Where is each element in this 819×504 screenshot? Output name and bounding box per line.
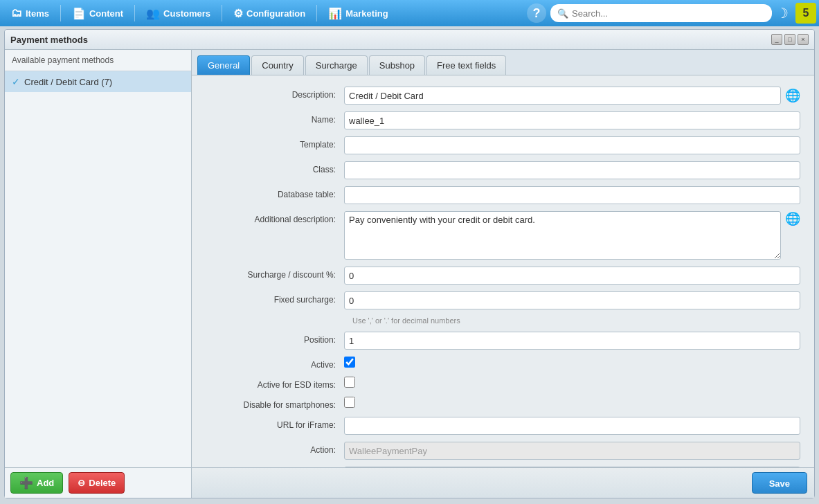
form-row-name: Name: — [206, 111, 800, 129]
tab-country[interactable]: Country — [251, 55, 304, 75]
nav-customers[interactable]: 👥 Customers — [138, 3, 219, 24]
form-row-template: Template: — [206, 136, 800, 154]
form-row-description: Description: 🌐 — [206, 87, 800, 105]
save-button[interactable]: Save — [752, 472, 807, 494]
sidebar: Available payment methods ✓ Credit / Deb… — [5, 50, 192, 467]
form-row-disable-smartphones: Disable for smartphones: — [206, 397, 800, 410]
window-controls: _ □ × — [771, 34, 809, 45]
input-position[interactable] — [344, 332, 800, 350]
label-name: Name: — [206, 111, 344, 125]
content-icon: 📄 — [72, 7, 86, 20]
right-bottom: Save — [192, 468, 814, 498]
window-titlebar: Payment methods _ □ × — [5, 30, 814, 50]
control-name — [344, 111, 800, 129]
nav-separator-2 — [134, 5, 135, 21]
control-description: 🌐 — [344, 87, 800, 105]
maximize-button[interactable]: □ — [784, 34, 795, 45]
label-fixed-surcharge: Fixed surcharge: — [206, 291, 344, 305]
control-active — [344, 357, 800, 368]
sidebar-item-credit-debit[interactable]: ✓ Credit / Debit Card (7) — [5, 71, 191, 92]
nav-separator-3 — [222, 5, 222, 21]
form-row-active-esd: Active for ESD items: — [206, 377, 800, 390]
control-surcharge-discount — [344, 267, 800, 285]
input-description[interactable] — [344, 87, 781, 105]
nav-customers-label: Customers — [163, 8, 210, 19]
checkbox-active[interactable] — [344, 357, 355, 368]
add-button[interactable]: ➕ Add — [10, 472, 63, 494]
input-database-table[interactable] — [344, 186, 800, 204]
nav-separator-1 — [60, 5, 61, 21]
input-name[interactable] — [344, 111, 800, 129]
configuration-icon: ⚙ — [233, 7, 243, 20]
input-class[interactable] — [344, 161, 800, 179]
globe-icon-additional[interactable]: 🌐 — [785, 211, 800, 226]
save-button-label: Save — [769, 478, 790, 489]
right-panel: General Country Surcharge Subshop Free t… — [192, 50, 814, 467]
control-position — [344, 332, 800, 350]
help-button[interactable]: ? — [527, 3, 546, 23]
label-template: Template: — [206, 136, 344, 150]
label-database-table: Database table: — [206, 186, 344, 199]
form-row-action: Action: — [206, 442, 800, 460]
input-template[interactable] — [344, 136, 800, 154]
moon-icon[interactable]: ☽ — [776, 5, 789, 21]
input-surcharge-discount[interactable] — [344, 267, 800, 285]
form-row-database-table: Database table: — [206, 186, 800, 204]
tab-surcharge[interactable]: Surcharge — [305, 55, 368, 75]
tab-free-text[interactable]: Free text fields — [426, 55, 506, 75]
sidebar-bottom: ➕ Add ⊖ Delete — [5, 468, 192, 498]
input-fixed-surcharge[interactable] — [344, 291, 800, 309]
globe-icon-description[interactable]: 🌐 — [785, 88, 800, 103]
search-icon: 🔍 — [557, 8, 568, 19]
label-active-esd: Active for ESD items: — [206, 377, 344, 390]
label-action: Action: — [206, 442, 344, 455]
add-icon: ➕ — [19, 476, 33, 489]
nav-items[interactable]: 🗂 Items — [3, 3, 57, 24]
control-database-table — [344, 186, 800, 204]
input-action — [344, 442, 800, 460]
label-url-iframe: URL for iFrame: — [206, 417, 344, 430]
nav-marketing[interactable]: 📊 Marketing — [320, 3, 396, 24]
nav-content-label: Content — [89, 8, 123, 19]
nav-configuration[interactable]: ⚙ Configuration — [225, 3, 314, 24]
label-active: Active: — [206, 357, 344, 370]
form-row-fixed-surcharge: Fixed surcharge: — [206, 291, 800, 309]
tab-general[interactable]: General — [197, 55, 250, 75]
form-row-active: Active: — [206, 357, 800, 370]
nav-configuration-label: Configuration — [246, 8, 305, 19]
checkbox-disable-smartphones[interactable] — [344, 397, 355, 408]
control-additional-description: Pay conveniently with your credit or deb… — [344, 211, 800, 260]
close-button[interactable]: × — [798, 34, 809, 45]
control-action — [344, 442, 800, 460]
nav-separator-4 — [316, 5, 317, 21]
control-fixed-surcharge — [344, 291, 800, 309]
content-area: Available payment methods ✓ Credit / Deb… — [5, 50, 814, 467]
search-input[interactable] — [572, 8, 765, 19]
label-description: Description: — [206, 87, 344, 100]
textarea-additional-description[interactable]: Pay conveniently with your credit or deb… — [344, 211, 781, 260]
form-row-additional-description: Additional description: Pay conveniently… — [206, 211, 800, 260]
checkbox-active-esd[interactable] — [344, 377, 355, 388]
label-additional-description: Additional description: — [206, 211, 344, 224]
delete-button[interactable]: ⊖ Delete — [69, 472, 125, 494]
form-row-class: Class: — [206, 161, 800, 179]
tab-subshop[interactable]: Subshop — [369, 55, 425, 75]
form-row-url-iframe: URL for iFrame: — [206, 417, 800, 435]
input-url-iframe[interactable] — [344, 417, 800, 435]
delete-button-label: Delete — [89, 478, 116, 488]
form-area: Description: 🌐 Name: Template: — [192, 75, 814, 467]
tabs-bar: General Country Surcharge Subshop Free t… — [192, 50, 814, 75]
check-icon: ✓ — [12, 76, 20, 87]
top-nav: 🗂 Items 📄 Content 👥 Customers ⚙ Configur… — [0, 0, 819, 26]
minimize-button[interactable]: _ — [771, 34, 782, 45]
label-class: Class: — [206, 161, 344, 174]
delete-icon: ⊖ — [78, 478, 85, 488]
label-disable-smartphones: Disable for smartphones: — [206, 397, 344, 410]
main-window: Payment methods _ □ × Available payment … — [4, 29, 815, 498]
form-row-position: Position: — [206, 332, 800, 350]
nav-items-label: Items — [26, 8, 49, 19]
form-row-surcharge-discount: Surcharge / discount %: — [206, 267, 800, 285]
sidebar-item-label: Credit / Debit Card (7) — [24, 77, 112, 87]
nav-content[interactable]: 📄 Content — [64, 3, 132, 24]
label-surcharge-discount: Surcharge / discount %: — [206, 267, 344, 280]
